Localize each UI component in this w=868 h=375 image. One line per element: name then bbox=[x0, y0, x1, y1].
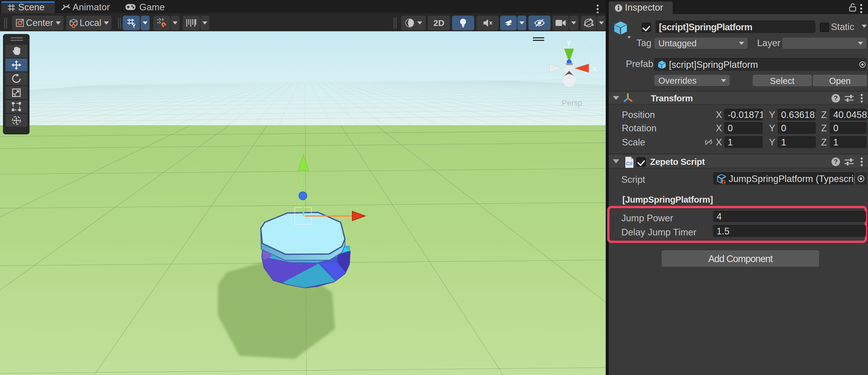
svg-text:Persp: Persp bbox=[562, 98, 582, 107]
svg-text:C#: C# bbox=[626, 161, 633, 166]
svg-text:{}: {} bbox=[722, 179, 726, 184]
svg-text:Y: Y bbox=[132, 23, 136, 28]
svg-text:x: x bbox=[593, 64, 597, 72]
svg-text:y: y bbox=[567, 38, 571, 46]
svg-text:?: ? bbox=[834, 94, 838, 102]
svg-text:?: ? bbox=[834, 158, 838, 165]
